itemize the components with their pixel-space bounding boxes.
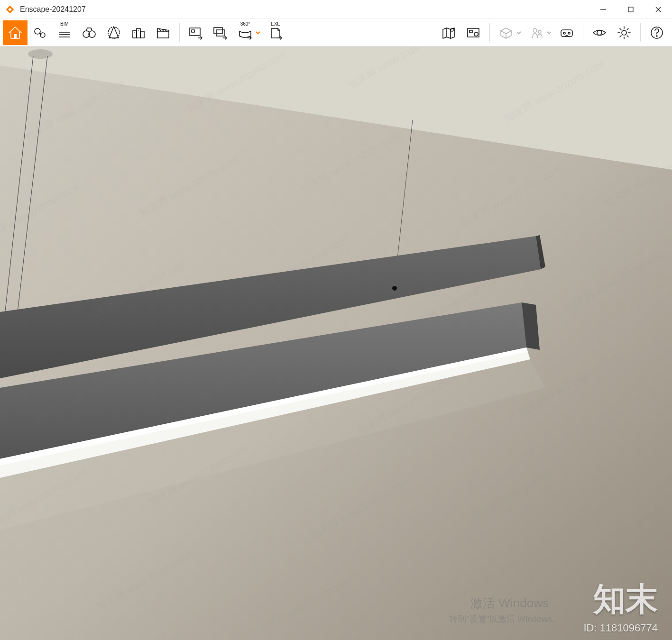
- enscape-logo-icon: [5, 4, 15, 15]
- render-viewport[interactable]: 知末网 www.znzmo.com 知末网 www.znzmo.com 知末网 …: [0, 46, 672, 640]
- exe-export-button[interactable]: EXE: [263, 20, 288, 45]
- video-button[interactable]: [151, 20, 175, 45]
- batch-render-button[interactable]: [208, 20, 233, 45]
- vr-button[interactable]: [554, 20, 579, 45]
- svg-point-6: [40, 33, 45, 37]
- pano-label: 360°: [240, 21, 250, 27]
- minimize-button[interactable]: [589, 0, 617, 19]
- panorama-button[interactable]: 360°: [233, 20, 258, 45]
- map-button[interactable]: [436, 20, 461, 45]
- activate-windows-title: 激活 Windows: [470, 595, 549, 612]
- exe-label: EXE: [271, 21, 280, 27]
- settings-button[interactable]: [612, 20, 636, 45]
- svg-rect-30: [469, 30, 472, 33]
- svg-rect-15: [140, 31, 144, 38]
- svg-point-38: [622, 30, 626, 35]
- svg-point-43: [28, 49, 53, 59]
- svg-point-35: [563, 32, 565, 34]
- svg-rect-1: [628, 7, 633, 12]
- screenshot-button[interactable]: [184, 20, 208, 45]
- svg-point-36: [568, 32, 570, 34]
- render-quality-button[interactable]: [494, 20, 518, 45]
- manage-uploads-button[interactable]: [461, 20, 486, 45]
- views-button[interactable]: [77, 20, 101, 45]
- window-app-name: Enscape: [20, 5, 49, 14]
- asset-library-button[interactable]: [126, 20, 151, 45]
- svg-point-32: [533, 28, 537, 32]
- favorite-views-button[interactable]: [28, 20, 52, 45]
- svg-rect-23: [192, 30, 194, 32]
- svg-point-33: [538, 30, 541, 33]
- rendered-scene: [0, 46, 672, 640]
- bim-label: BIM: [60, 21, 69, 27]
- help-button[interactable]: [644, 20, 669, 45]
- titlebar: Enscape - 20241207: [0, 0, 672, 19]
- orbit-button[interactable]: [101, 20, 126, 45]
- svg-rect-14: [137, 28, 140, 38]
- svg-rect-13: [133, 30, 137, 38]
- collab-button[interactable]: [524, 20, 549, 45]
- window-document-name: 20241207: [52, 5, 86, 14]
- model-id-label: ID: 1181096774: [583, 622, 658, 634]
- svg-rect-24: [214, 27, 222, 34]
- toolbar: BIM 360° EXE: [0, 19, 672, 46]
- close-button[interactable]: [644, 0, 672, 19]
- svg-point-31: [474, 32, 478, 36]
- svg-rect-18: [157, 31, 169, 38]
- bim-mode-button[interactable]: BIM: [52, 20, 77, 45]
- brand-watermark: 知末: [593, 578, 658, 621]
- activate-windows-subtitle: 转到"设置"以激活 Windows。: [449, 613, 561, 625]
- visual-settings-button[interactable]: [587, 20, 612, 45]
- svg-rect-25: [216, 30, 225, 36]
- maximize-button[interactable]: [617, 0, 644, 19]
- svg-point-37: [597, 30, 602, 35]
- home-button[interactable]: [3, 20, 28, 45]
- svg-rect-4: [14, 34, 17, 38]
- svg-point-49: [392, 286, 397, 291]
- svg-point-40: [656, 36, 657, 37]
